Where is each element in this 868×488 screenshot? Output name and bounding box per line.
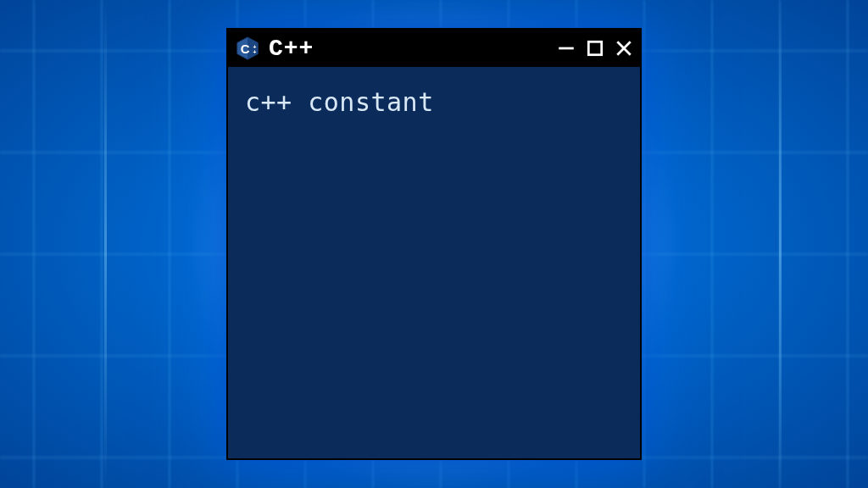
close-icon[interactable] [615, 39, 633, 58]
svg-text:+: + [253, 49, 257, 55]
minimize-icon[interactable] [557, 39, 576, 58]
window-titlebar[interactable]: C + + C++ [228, 30, 640, 67]
svg-text:C: C [241, 42, 250, 56]
terminal-content: c++ constant [228, 67, 640, 137]
cpp-logo-icon: C + + [235, 36, 260, 61]
maximize-icon[interactable] [586, 39, 604, 58]
window-title: C++ [269, 36, 548, 62]
window-controls [557, 39, 633, 58]
terminal-text-line: c++ constant [245, 87, 623, 117]
svg-rect-6 [588, 42, 601, 54]
terminal-window: C + + C++ c++ constant [226, 28, 642, 460]
